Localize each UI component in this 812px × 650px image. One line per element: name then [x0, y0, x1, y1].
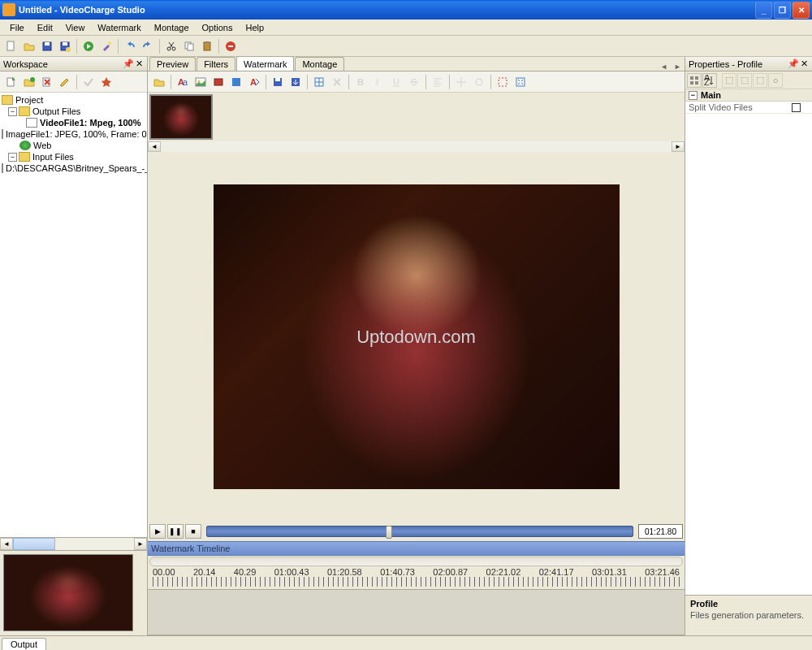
open-icon[interactable]	[21, 38, 37, 54]
film-scroll[interactable]: ◄ ►	[148, 141, 685, 152]
edit-icon[interactable]	[57, 74, 73, 90]
tree-video1[interactable]: VideoFile1: Mpeg, 100%	[2, 117, 145, 128]
stop-button[interactable]: ■	[185, 524, 201, 539]
props-pin-icon[interactable]: 📌	[788, 58, 797, 69]
undo-icon[interactable]	[122, 38, 138, 54]
tree-file1[interactable]: D:\DESCARGAS\Britney_Spears_-_	[2, 162, 145, 174]
menu-view[interactable]: View	[59, 21, 92, 34]
status-output-tab[interactable]: Output	[2, 638, 46, 650]
wizard-icon[interactable]	[98, 38, 114, 54]
tree-image1[interactable]: ImageFile1: JPEG, 100%, Frame: 0	[2, 128, 145, 140]
close-button[interactable]: ✕	[793, 2, 810, 19]
menu-options[interactable]: Options	[196, 21, 240, 34]
film-frame[interactable]	[149, 94, 213, 140]
timeline-zoom[interactable]	[148, 556, 685, 567]
stop-icon[interactable]	[222, 38, 239, 54]
wm-anim-icon[interactable]: A	[246, 74, 262, 90]
tab-watermark[interactable]: Watermark	[236, 56, 294, 71]
tab-nav-right-icon[interactable]: ►	[671, 63, 685, 71]
wm-save-icon[interactable]	[270, 74, 286, 90]
props-close-icon[interactable]: ✕	[799, 58, 809, 69]
tab-preview[interactable]: Preview	[149, 57, 196, 71]
wm-folder-icon[interactable]	[151, 74, 167, 90]
tool2-icon[interactable]	[98, 74, 114, 90]
add-folder-icon[interactable]	[21, 74, 37, 90]
new-icon[interactable]	[3, 38, 19, 54]
tab-nav-left-icon[interactable]: ◄	[657, 63, 671, 71]
watermark-overlay[interactable]: Uptodown.com	[356, 327, 476, 348]
wm-load-icon[interactable]	[287, 74, 304, 90]
prop-split-video[interactable]: Split Video Files	[685, 102, 812, 114]
prop-b4-icon[interactable]: ○	[768, 73, 783, 88]
prop-b1-icon[interactable]: ⬚	[722, 73, 736, 88]
saveas-icon[interactable]	[57, 38, 73, 54]
pin-icon[interactable]: 📌	[123, 58, 132, 69]
menu-edit[interactable]: Edit	[31, 21, 59, 34]
redo-icon[interactable]	[140, 38, 156, 54]
svg-rect-38	[516, 78, 525, 86]
scroll-right-icon[interactable]: ►	[134, 538, 147, 550]
pause-button[interactable]: ❚❚	[167, 524, 184, 539]
property-grid[interactable]: −Main Split Video Files	[685, 89, 812, 595]
wm-clear-icon[interactable]	[329, 74, 345, 90]
seek-slider[interactable]	[206, 526, 633, 537]
wm-align-icon[interactable]	[430, 74, 446, 90]
split-checkbox[interactable]	[792, 103, 801, 112]
help-title: Profile	[690, 599, 807, 609]
add-file-icon[interactable]	[3, 74, 19, 90]
timeline-tracks[interactable]	[148, 590, 685, 635]
tool1-icon[interactable]	[80, 74, 97, 90]
statusbar: Output	[0, 635, 812, 650]
wm-select-icon[interactable]	[495, 74, 511, 90]
svg-point-5	[66, 47, 71, 52]
remove-icon[interactable]	[39, 74, 55, 90]
tree-web[interactable]: Web	[2, 140, 145, 151]
prop-b2-icon[interactable]: ⬚	[737, 73, 752, 88]
timeline-ruler[interactable]: 00.0020.1440.2901:00.4301:20.5801:40.730…	[148, 567, 685, 590]
tree-hscroll[interactable]: ◄ ►	[0, 537, 147, 550]
close-panel-icon[interactable]: ✕	[134, 58, 144, 69]
wm-rotate-icon[interactable]	[471, 74, 487, 90]
tree-output[interactable]: −Output Files	[2, 106, 145, 117]
main-toolbar	[0, 36, 812, 57]
wm-image-icon[interactable]	[192, 74, 209, 90]
wm-under-icon[interactable]: U	[388, 74, 404, 90]
preview-area: Uptodown.com	[148, 152, 685, 522]
save-icon[interactable]	[39, 38, 55, 54]
play-icon[interactable]	[80, 38, 97, 54]
tab-filters[interactable]: Filters	[197, 57, 235, 71]
minimize-button[interactable]: _	[755, 2, 772, 19]
wm-italic-icon[interactable]: I	[370, 74, 387, 90]
play-button[interactable]: ▶	[149, 524, 166, 539]
tree-input[interactable]: −Input Files	[2, 151, 145, 162]
wm-strike-icon[interactable]: S	[406, 74, 422, 90]
tab-montage[interactable]: Montage	[295, 57, 344, 71]
video-preview[interactable]: Uptodown.com	[214, 184, 620, 489]
copy-icon[interactable]	[181, 38, 197, 54]
prop-b3-icon[interactable]: ⬚	[753, 73, 767, 88]
scroll-left-icon[interactable]: ◄	[0, 538, 13, 550]
menu-watermark[interactable]: Watermark	[91, 21, 147, 34]
project-tree[interactable]: Project −Output Files VideoFile1: Mpeg, …	[0, 93, 147, 537]
paste-icon[interactable]	[199, 38, 215, 54]
wm-text-icon[interactable]: Aa	[175, 74, 191, 90]
wm-fit-icon[interactable]	[512, 74, 529, 90]
wm-move-icon[interactable]	[453, 74, 469, 90]
cut-icon[interactable]	[163, 38, 179, 54]
prop-cat-icon[interactable]	[687, 73, 702, 88]
prop-az-icon[interactable]: AZ	[702, 73, 717, 88]
wm-grid-icon[interactable]	[311, 74, 327, 90]
seek-thumb[interactable]	[386, 526, 392, 539]
film-left-icon[interactable]: ◄	[148, 141, 161, 152]
maximize-button[interactable]: ❐	[774, 2, 791, 19]
film-right-icon[interactable]: ►	[672, 141, 685, 152]
menu-montage[interactable]: Montage	[148, 21, 196, 34]
prop-category[interactable]: −Main	[685, 89, 812, 102]
svg-text:Z: Z	[704, 77, 710, 86]
wm-shape-icon[interactable]	[228, 74, 244, 90]
wm-bold-icon[interactable]: B	[352, 74, 369, 90]
tree-root[interactable]: Project	[2, 94, 145, 106]
menu-file[interactable]: File	[3, 21, 31, 34]
wm-rect-icon[interactable]	[210, 74, 227, 90]
menu-help[interactable]: Help	[239, 21, 270, 34]
